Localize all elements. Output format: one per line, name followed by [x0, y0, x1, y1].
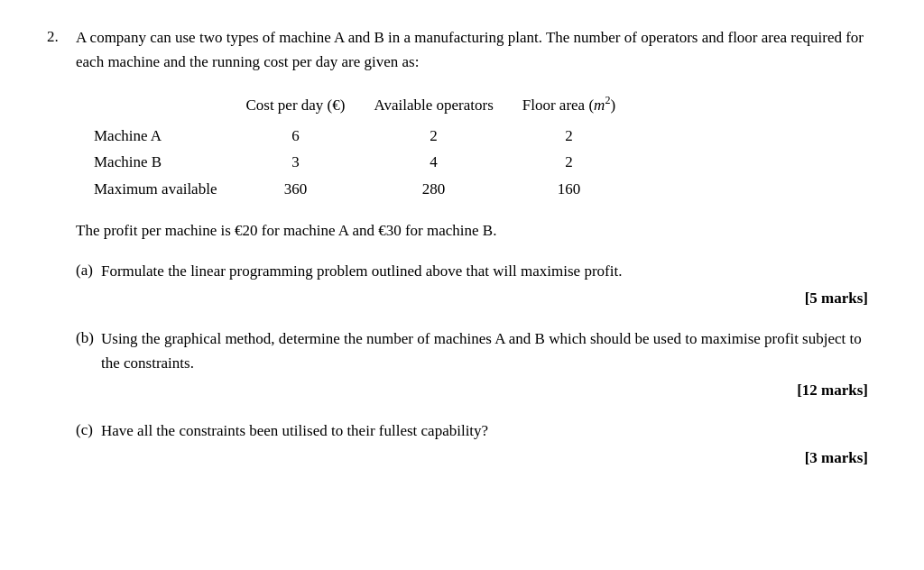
sub-text-b: Using the graphical method, determine th…: [101, 326, 870, 375]
max-operators: 280: [359, 176, 507, 203]
question-body: A company can use two types of machine A…: [76, 25, 870, 485]
sub-question-a-row: (a) Formulate the linear programming pro…: [76, 259, 870, 283]
table-header-row: Cost per day (€) Available operators Flo…: [94, 90, 630, 122]
machine-a-operators: 2: [359, 123, 507, 150]
question-intro: A company can use two types of machine A…: [76, 25, 870, 74]
machine-b-floor: 2: [508, 149, 630, 176]
sub-question-a: (a) Formulate the linear programming pro…: [76, 259, 870, 310]
marks-c: [3 marks]: [76, 446, 870, 470]
sub-label-b: (b): [76, 326, 101, 375]
question-2: 2. A company can use two types of machin…: [47, 25, 870, 485]
sub-question-c: (c) Have all the constraints been utilis…: [76, 418, 870, 470]
machine-a-cost: 6: [231, 123, 359, 150]
sub-text-a: Formulate the linear programming problem…: [101, 259, 870, 283]
marks-a: [5 marks]: [76, 287, 870, 310]
max-floor: 160: [508, 176, 630, 203]
table-row: Machine A 6 2 2: [94, 123, 630, 150]
marks-b: [12 marks]: [76, 379, 870, 402]
max-cost: 360: [231, 176, 359, 203]
machine-b-cost: 3: [231, 149, 359, 176]
machine-table: Cost per day (€) Available operators Flo…: [94, 90, 630, 202]
sub-text-c: Have all the constraints been utilised t…: [101, 418, 870, 443]
machine-a-floor: 2: [508, 123, 630, 150]
col-header-operators: Available operators: [359, 90, 507, 122]
sub-label-a: (a): [76, 259, 101, 283]
profit-statement: The profit per machine is €20 for machin…: [76, 218, 870, 243]
max-available-label: Maximum available: [94, 176, 231, 203]
col-header-label: [94, 90, 231, 122]
machine-b-operators: 4: [359, 149, 507, 176]
table-row: Maximum available 360 280 160: [94, 176, 630, 203]
col-header-cost: Cost per day (€): [231, 90, 359, 122]
sub-question-b: (b) Using the graphical method, determin…: [76, 326, 870, 402]
sub-question-c-row: (c) Have all the constraints been utilis…: [76, 418, 870, 443]
sub-question-b-row: (b) Using the graphical method, determin…: [76, 326, 870, 375]
col-header-floor: Floor area (m2): [508, 90, 630, 122]
sub-label-c: (c): [76, 418, 101, 443]
machine-b-label: Machine B: [94, 149, 231, 176]
machine-a-label: Machine A: [94, 123, 231, 150]
question-number: 2.: [47, 25, 76, 485]
table-row: Machine B 3 4 2: [94, 149, 630, 176]
data-table-container: Cost per day (€) Available operators Flo…: [76, 90, 870, 202]
